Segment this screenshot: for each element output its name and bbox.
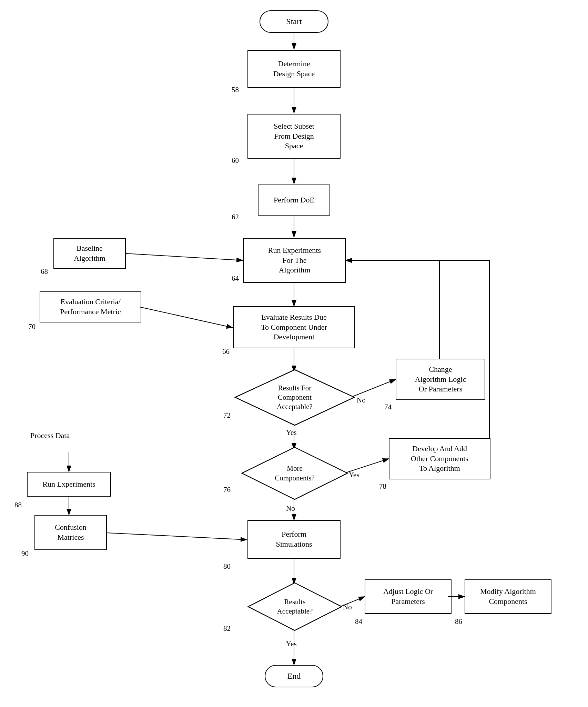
diamond-3-wrapper: ResultsAcceptable? [247, 582, 342, 631]
run-experiments-algo-label: Run ExperimentsFor TheAlgorithm [268, 246, 321, 275]
svg-line-17 [140, 307, 233, 328]
diamond-3-label: ResultsAcceptable? [277, 597, 313, 616]
label-84: 84 [355, 617, 362, 626]
label-68: 68 [41, 267, 48, 276]
select-subset-label: Select SubsetFrom DesignSpace [274, 121, 314, 151]
diamond-2-no-label: No [286, 504, 295, 513]
perform-simulations-label: PerformSimulations [276, 529, 312, 549]
diamond-2-yes-label: Yes [349, 471, 359, 479]
diamond-3: ResultsAcceptable? [247, 582, 342, 631]
svg-line-7 [348, 379, 396, 398]
baseline-algorithm-label: BaselineAlgorithm [74, 243, 105, 263]
run-experiments-algo-shape: Run ExperimentsFor TheAlgorithm [243, 238, 346, 283]
label-58: 58 [232, 86, 239, 94]
end-label: End [287, 671, 301, 681]
confusion-matrices-shape: ConfusionMatrices [34, 515, 107, 550]
develop-add-label: Develop And AddOther ComponentsTo Algori… [411, 444, 468, 474]
adjust-logic-label: Adjust Logic OrParameters [383, 587, 433, 606]
flowchart-diagram: Start DetermineDesign Space 58 Select Su… [0, 0, 588, 707]
start-label: Start [286, 16, 302, 27]
select-subset-shape: Select SubsetFrom DesignSpace [247, 114, 341, 159]
label-86: 86 [455, 617, 462, 626]
diamond-1-yes-label: Yes [286, 428, 297, 437]
evaluate-results-label: Evaluate Results DueTo Component UnderDe… [261, 312, 327, 342]
label-76: 76 [223, 486, 231, 494]
label-72: 72 [223, 411, 231, 420]
modify-algo-shape: Modify AlgorithmComponents [465, 579, 551, 614]
evaluation-criteria-label: Evaluation Criteria/Performance Metric [60, 297, 121, 317]
change-algo-logic-shape: ChangeAlgorithm LogicOr Parameters [396, 359, 485, 400]
label-88: 88 [14, 501, 22, 509]
label-80: 80 [223, 562, 231, 571]
adjust-logic-shape: Adjust Logic OrParameters [365, 579, 452, 614]
perform-doe-shape: Perform DoE [258, 185, 330, 216]
diamond-2-label: MoreComponents? [275, 464, 315, 483]
label-70: 70 [28, 322, 36, 331]
svg-line-16 [126, 253, 243, 260]
evaluation-criteria-shape: Evaluation Criteria/Performance Metric [40, 291, 141, 322]
develop-add-shape: Develop And AddOther ComponentsTo Algori… [389, 438, 490, 479]
diamond-1: Results ForComponentAcceptable? [234, 369, 355, 426]
diamond-2-wrapper: MoreComponents? [241, 447, 348, 500]
svg-line-9 [341, 459, 389, 474]
confusion-matrices-label: ConfusionMatrices [55, 522, 87, 542]
baseline-algorithm-shape: BaselineAlgorithm [53, 238, 126, 269]
label-90: 90 [21, 549, 29, 558]
run-experiments-left-label: Run Experiments [42, 479, 95, 489]
label-62: 62 [232, 213, 239, 221]
evaluate-results-shape: Evaluate Results DueTo Component UnderDe… [233, 306, 355, 348]
run-experiments-left-shape: Run Experiments [27, 472, 111, 497]
end-shape: End [265, 665, 323, 687]
determine-design-space-shape: DetermineDesign Space [247, 50, 341, 88]
label-66: 66 [222, 347, 230, 356]
label-78: 78 [379, 482, 386, 491]
label-82: 82 [223, 624, 231, 633]
process-data-label: Process Data [30, 431, 70, 440]
modify-algo-label: Modify AlgorithmComponents [480, 587, 536, 606]
diamond-1-wrapper: Results ForComponentAcceptable? [234, 369, 355, 426]
change-algo-logic-label: ChangeAlgorithm LogicOr Parameters [415, 365, 466, 394]
perform-doe-label: Perform DoE [274, 195, 314, 205]
diamond-3-yes-label: Yes [286, 640, 297, 648]
diamond-1-label: Results ForComponentAcceptable? [277, 384, 313, 412]
diamond-2: MoreComponents? [241, 447, 348, 500]
diamond-1-no-label: No [357, 396, 366, 405]
label-74: 74 [384, 403, 392, 411]
label-64: 64 [232, 274, 239, 283]
label-60: 60 [232, 156, 239, 165]
perform-simulations-shape: PerformSimulations [247, 520, 341, 559]
diamond-3-no-label: No [343, 603, 352, 611]
svg-line-11 [107, 533, 247, 540]
determine-design-space-label: DetermineDesign Space [273, 59, 315, 79]
start-shape: Start [260, 10, 328, 33]
